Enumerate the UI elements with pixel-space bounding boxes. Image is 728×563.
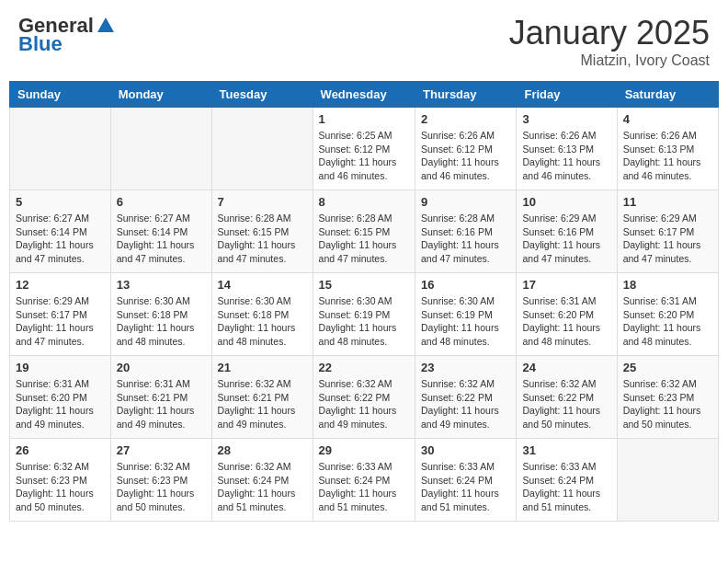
day-number: 29	[319, 443, 409, 457]
day-number: 31	[522, 443, 610, 457]
calendar-cell: 21Sunrise: 6:32 AM Sunset: 6:21 PM Dayli…	[211, 356, 313, 439]
day-number: 26	[16, 443, 105, 457]
calendar-cell: 22Sunrise: 6:32 AM Sunset: 6:22 PM Dayli…	[313, 356, 415, 439]
day-number: 10	[522, 195, 610, 209]
day-info: Sunrise: 6:32 AM Sunset: 6:23 PM Dayligh…	[117, 460, 206, 514]
day-info: Sunrise: 6:32 AM Sunset: 6:23 PM Dayligh…	[16, 460, 105, 514]
calendar-cell: 28Sunrise: 6:32 AM Sunset: 6:24 PM Dayli…	[211, 439, 313, 522]
calendar-cell	[110, 108, 211, 190]
day-info: Sunrise: 6:28 AM Sunset: 6:16 PM Dayligh…	[421, 212, 510, 266]
day-number: 3	[522, 112, 610, 126]
calendar-cell: 5Sunrise: 6:27 AM Sunset: 6:14 PM Daylig…	[10, 190, 111, 273]
day-number: 6	[117, 195, 206, 209]
day-number: 16	[421, 278, 510, 292]
logo: General Blue	[18, 14, 116, 56]
day-info: Sunrise: 6:33 AM Sunset: 6:24 PM Dayligh…	[421, 460, 510, 514]
page-header: General Blue January 2025 Miatzin, Ivory…	[9, 9, 719, 74]
calendar-cell: 24Sunrise: 6:32 AM Sunset: 6:22 PM Dayli…	[517, 356, 617, 439]
day-info: Sunrise: 6:29 AM Sunset: 6:17 PM Dayligh…	[16, 294, 105, 349]
calendar-week-row: 26Sunrise: 6:32 AM Sunset: 6:23 PM Dayli…	[10, 439, 719, 522]
day-info: Sunrise: 6:32 AM Sunset: 6:21 PM Dayligh…	[218, 377, 307, 431]
calendar-cell	[211, 108, 313, 190]
calendar-table: SundayMondayTuesdayWednesdayThursdayFrid…	[9, 81, 719, 522]
day-info: Sunrise: 6:25 AM Sunset: 6:12 PM Dayligh…	[319, 129, 409, 183]
day-info: Sunrise: 6:32 AM Sunset: 6:22 PM Dayligh…	[319, 377, 409, 431]
column-header-sunday: Sunday	[10, 82, 111, 108]
day-info: Sunrise: 6:30 AM Sunset: 6:18 PM Dayligh…	[117, 294, 206, 349]
column-header-monday: Monday	[110, 82, 211, 108]
calendar-cell: 27Sunrise: 6:32 AM Sunset: 6:23 PM Dayli…	[110, 439, 211, 522]
day-info: Sunrise: 6:30 AM Sunset: 6:18 PM Dayligh…	[218, 294, 307, 349]
calendar-cell: 3Sunrise: 6:26 AM Sunset: 6:13 PM Daylig…	[517, 108, 617, 190]
day-number: 13	[117, 278, 206, 292]
day-info: Sunrise: 6:28 AM Sunset: 6:15 PM Dayligh…	[218, 212, 307, 266]
logo-icon	[96, 16, 116, 36]
calendar-cell: 23Sunrise: 6:32 AM Sunset: 6:22 PM Dayli…	[415, 356, 517, 439]
calendar-cell: 20Sunrise: 6:31 AM Sunset: 6:21 PM Dayli…	[110, 356, 211, 439]
calendar-week-row: 12Sunrise: 6:29 AM Sunset: 6:17 PM Dayli…	[10, 273, 719, 356]
day-info: Sunrise: 6:29 AM Sunset: 6:16 PM Dayligh…	[522, 212, 610, 266]
calendar-cell: 14Sunrise: 6:30 AM Sunset: 6:18 PM Dayli…	[211, 273, 313, 356]
day-number: 8	[319, 195, 409, 209]
title-block: January 2025 Miatzin, Ivory Coast	[509, 14, 710, 69]
day-info: Sunrise: 6:26 AM Sunset: 6:13 PM Dayligh…	[623, 129, 712, 183]
calendar-cell: 25Sunrise: 6:32 AM Sunset: 6:23 PM Dayli…	[617, 356, 718, 439]
calendar-cell: 16Sunrise: 6:30 AM Sunset: 6:19 PM Dayli…	[415, 273, 517, 356]
calendar-cell: 6Sunrise: 6:27 AM Sunset: 6:14 PM Daylig…	[110, 190, 211, 273]
column-header-saturday: Saturday	[617, 82, 718, 108]
day-info: Sunrise: 6:26 AM Sunset: 6:13 PM Dayligh…	[522, 129, 610, 183]
day-number: 15	[319, 278, 409, 292]
day-info: Sunrise: 6:29 AM Sunset: 6:17 PM Dayligh…	[623, 212, 712, 266]
svg-marker-0	[97, 17, 114, 32]
day-info: Sunrise: 6:30 AM Sunset: 6:19 PM Dayligh…	[421, 294, 510, 349]
day-number: 24	[522, 361, 610, 374]
calendar-cell: 2Sunrise: 6:26 AM Sunset: 6:12 PM Daylig…	[415, 108, 517, 190]
calendar-cell: 9Sunrise: 6:28 AM Sunset: 6:16 PM Daylig…	[415, 190, 517, 273]
calendar-cell: 15Sunrise: 6:30 AM Sunset: 6:19 PM Dayli…	[313, 273, 415, 356]
day-number: 25	[623, 361, 712, 374]
column-header-thursday: Thursday	[415, 82, 517, 108]
day-number: 21	[218, 361, 307, 374]
calendar-cell: 19Sunrise: 6:31 AM Sunset: 6:20 PM Dayli…	[10, 356, 111, 439]
location-subtitle: Miatzin, Ivory Coast	[509, 52, 710, 69]
calendar-cell: 11Sunrise: 6:29 AM Sunset: 6:17 PM Dayli…	[617, 190, 718, 273]
column-header-tuesday: Tuesday	[211, 82, 313, 108]
calendar-cell: 7Sunrise: 6:28 AM Sunset: 6:15 PM Daylig…	[211, 190, 313, 273]
day-number: 19	[16, 361, 105, 374]
calendar-cell	[10, 108, 111, 190]
calendar-cell: 10Sunrise: 6:29 AM Sunset: 6:16 PM Dayli…	[517, 190, 617, 273]
day-number: 17	[522, 278, 610, 292]
day-info: Sunrise: 6:31 AM Sunset: 6:21 PM Dayligh…	[117, 377, 206, 431]
calendar-cell: 18Sunrise: 6:31 AM Sunset: 6:20 PM Dayli…	[617, 273, 718, 356]
calendar-cell: 1Sunrise: 6:25 AM Sunset: 6:12 PM Daylig…	[313, 108, 415, 190]
day-number: 2	[421, 112, 510, 126]
day-info: Sunrise: 6:33 AM Sunset: 6:24 PM Dayligh…	[319, 460, 409, 514]
day-info: Sunrise: 6:26 AM Sunset: 6:12 PM Dayligh…	[421, 129, 510, 183]
day-number: 30	[421, 443, 510, 457]
calendar-cell: 26Sunrise: 6:32 AM Sunset: 6:23 PM Dayli…	[10, 439, 111, 522]
day-number: 4	[623, 112, 712, 126]
calendar-cell: 13Sunrise: 6:30 AM Sunset: 6:18 PM Dayli…	[110, 273, 211, 356]
calendar-cell: 29Sunrise: 6:33 AM Sunset: 6:24 PM Dayli…	[313, 439, 415, 522]
day-number: 5	[16, 195, 105, 209]
day-info: Sunrise: 6:28 AM Sunset: 6:15 PM Dayligh…	[319, 212, 409, 266]
day-info: Sunrise: 6:31 AM Sunset: 6:20 PM Dayligh…	[16, 377, 105, 431]
day-info: Sunrise: 6:33 AM Sunset: 6:24 PM Dayligh…	[522, 460, 610, 514]
calendar-week-row: 1Sunrise: 6:25 AM Sunset: 6:12 PM Daylig…	[10, 108, 719, 190]
day-info: Sunrise: 6:32 AM Sunset: 6:24 PM Dayligh…	[218, 460, 307, 514]
day-info: Sunrise: 6:27 AM Sunset: 6:14 PM Dayligh…	[117, 212, 206, 266]
calendar-cell: 8Sunrise: 6:28 AM Sunset: 6:15 PM Daylig…	[313, 190, 415, 273]
day-info: Sunrise: 6:32 AM Sunset: 6:22 PM Dayligh…	[522, 377, 610, 431]
day-info: Sunrise: 6:31 AM Sunset: 6:20 PM Dayligh…	[623, 294, 712, 349]
calendar-cell: 30Sunrise: 6:33 AM Sunset: 6:24 PM Dayli…	[415, 439, 517, 522]
day-info: Sunrise: 6:31 AM Sunset: 6:20 PM Dayligh…	[522, 294, 610, 349]
calendar-cell: 31Sunrise: 6:33 AM Sunset: 6:24 PM Dayli…	[517, 439, 617, 522]
day-number: 27	[117, 443, 206, 457]
calendar-cell: 4Sunrise: 6:26 AM Sunset: 6:13 PM Daylig…	[617, 108, 718, 190]
logo-blue-text: Blue	[18, 32, 63, 56]
column-header-friday: Friday	[517, 82, 617, 108]
day-number: 12	[16, 278, 105, 292]
day-info: Sunrise: 6:27 AM Sunset: 6:14 PM Dayligh…	[16, 212, 105, 266]
calendar-cell	[617, 439, 718, 522]
day-info: Sunrise: 6:32 AM Sunset: 6:22 PM Dayligh…	[421, 377, 510, 431]
